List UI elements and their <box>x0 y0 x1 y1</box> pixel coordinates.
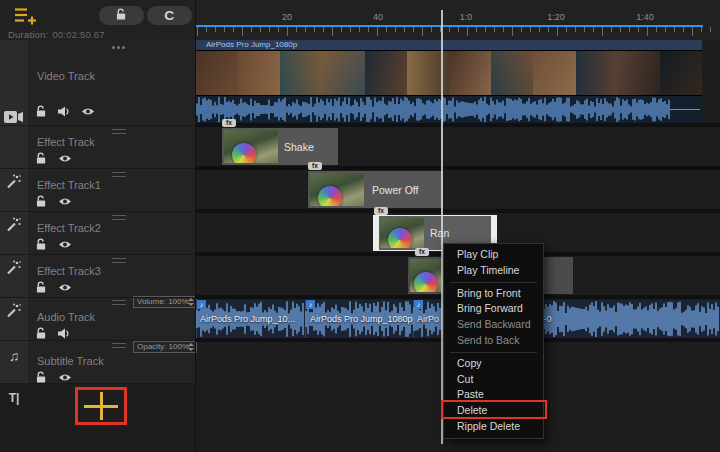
menu-separator <box>450 282 537 283</box>
fx-badge: fx <box>374 207 388 215</box>
effect-track-icon <box>7 217 22 236</box>
effect-clip-shake[interactable]: fx Shake <box>222 128 338 165</box>
audio-clip[interactable]: ♪ AirPods Pro Jump_1080p <box>305 300 413 338</box>
menu-item-bring-forward[interactable]: Bring Forward <box>444 301 543 317</box>
video-editor-timeline-panel: C Duration:00:02:50.67 20 40 1:0 1:20 1:… <box>0 0 720 452</box>
add-track-icon[interactable] <box>14 6 37 29</box>
stepper-arrows-icon[interactable] <box>188 343 194 351</box>
fx-badge: fx <box>308 162 322 170</box>
ruler-label: 40 <box>373 12 383 22</box>
track-label-effect: Effect Track <box>37 136 95 148</box>
fx-badge: fx <box>415 248 429 256</box>
track-drag-handle-icon[interactable] <box>112 300 126 305</box>
speaker-icon[interactable] <box>57 104 71 118</box>
track-drag-handle-icon[interactable] <box>112 215 126 220</box>
umbrella-thumb-icon <box>414 272 438 292</box>
effect-track-icon <box>7 303 22 322</box>
music-note-badge-icon: ♪ <box>306 300 315 309</box>
eye-icon[interactable] <box>58 370 72 384</box>
audio-track-icon: ♫ <box>9 348 20 364</box>
effect-clip-power-off[interactable]: fx Power Off <box>308 171 443 208</box>
audio-clip-label: AirPods Pro Jump_1080p <box>310 314 413 324</box>
timeline-toolbar: C Duration:00:02:50.67 <box>0 0 720 40</box>
menu-item-bring-to-front[interactable]: Bring to Front <box>444 286 543 302</box>
lock-icon <box>116 7 127 25</box>
umbrella-thumb-icon <box>232 143 256 163</box>
lock-icon[interactable] <box>34 194 48 208</box>
track-drag-handle-icon[interactable] <box>112 258 126 263</box>
track-drag-handle-icon[interactable] <box>112 343 126 348</box>
annotation-box-delete <box>441 400 547 419</box>
lock-icon[interactable] <box>34 370 48 384</box>
effect-thumbnail <box>224 130 278 163</box>
video-clip-title: AirPods Pro Jump_1080p <box>196 40 702 50</box>
lock-icon[interactable] <box>34 104 48 118</box>
lock-icon[interactable] <box>34 280 48 294</box>
umbrella-thumb-icon <box>388 228 412 248</box>
lock-icon[interactable] <box>34 237 48 251</box>
video-clip[interactable]: AirPods Pro Jump_1080p <box>196 40 702 123</box>
lock-all-button[interactable] <box>99 6 144 25</box>
video-filmstrip <box>196 50 702 96</box>
menu-item-copy[interactable]: Copy <box>444 356 543 372</box>
eye-icon[interactable] <box>58 280 72 294</box>
lock-icon[interactable] <box>34 151 48 165</box>
track-menu-handle-icon[interactable] <box>112 46 115 49</box>
stepper-arrows-icon[interactable] <box>188 298 194 306</box>
menu-item-play-timeline[interactable]: Play Timeline <box>444 263 543 279</box>
subtitle-track-icon: T| <box>9 391 20 405</box>
ruler-label: 1:40 <box>636 12 654 22</box>
track-label-effect1: Effect Track1 <box>37 179 101 191</box>
menu-item-cut[interactable]: Cut <box>444 372 543 388</box>
fx-badge: fx <box>222 119 236 127</box>
eye-icon[interactable] <box>58 151 72 165</box>
ruler-label: 1:0 <box>460 12 473 22</box>
track-label-video: Video Track <box>37 70 95 82</box>
panel-divider <box>195 0 196 452</box>
music-note-badge-icon: ♪ <box>414 300 423 309</box>
trim-handle-left[interactable] <box>374 216 379 250</box>
video-audio-waveform <box>196 96 702 123</box>
duration-readout: Duration:00:02:50.67 <box>8 29 105 40</box>
effect-clip-label: Ran <box>430 227 449 239</box>
menu-item-play-clip[interactable]: Play Clip <box>444 247 543 263</box>
eye-icon[interactable] <box>58 237 72 251</box>
music-note-badge-icon: ♪ <box>197 300 206 309</box>
magnet-icon: C <box>165 9 175 23</box>
track-label-subtitle: Subtitle Track <box>37 355 104 367</box>
audio-clip-label: AirPo <box>417 314 439 324</box>
effect-thumbnail <box>410 259 443 292</box>
umbrella-thumb-icon <box>318 186 342 206</box>
eye-icon[interactable] <box>81 104 95 118</box>
ruler-label: 1:20 <box>547 12 565 22</box>
effect-thumbnail <box>380 218 424 248</box>
audio-clip[interactable]: ♪ AirPods Pro Jump_10... <box>196 300 305 338</box>
snap-magnet-button[interactable]: C <box>147 6 192 25</box>
lock-icon[interactable] <box>34 326 48 340</box>
speaker-icon[interactable] <box>57 326 71 340</box>
audio-clip-label: AirPods Pro Jump_10... <box>200 314 295 324</box>
menu-item-send-to-back[interactable]: Send to Back <box>444 333 543 349</box>
track-label-audio: Audio Track <box>37 311 95 323</box>
effect-track-icon <box>7 174 22 193</box>
track-label-effect2: Effect Track2 <box>37 222 101 234</box>
track-drag-handle-icon[interactable] <box>112 172 126 177</box>
menu-item-send-backward[interactable]: Send Backward <box>444 317 543 333</box>
effect-track-icon <box>7 260 22 279</box>
track-label-effect3: Effect Track3 <box>37 265 101 277</box>
add-track-plus-button[interactable] <box>84 392 118 420</box>
track-drag-handle-icon[interactable] <box>112 129 126 134</box>
eye-icon[interactable] <box>58 194 72 208</box>
effect-clip-label: Shake <box>284 141 314 153</box>
menu-item-ripple-delete[interactable]: Ripple Delete <box>444 419 543 435</box>
effect-clip-label: Power Off <box>372 184 419 196</box>
opacity-dropdown[interactable]: Opacity: 100% <box>133 341 197 353</box>
effect-thumbnail <box>310 173 364 206</box>
menu-separator <box>450 352 537 353</box>
ruler-label: 20 <box>282 12 292 22</box>
